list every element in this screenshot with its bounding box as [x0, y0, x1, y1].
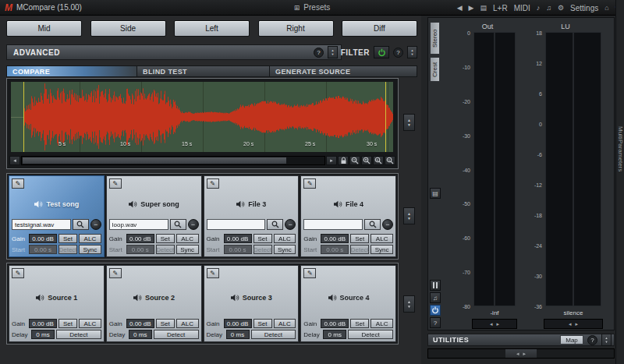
- help-icon[interactable]: ?: [393, 48, 403, 58]
- crest-button[interactable]: Crest: [430, 57, 440, 82]
- delay-value[interactable]: 0 ms: [226, 330, 250, 339]
- sync-button[interactable]: Sync: [274, 245, 296, 254]
- presets-button[interactable]: ⊞ Presets: [294, 3, 330, 12]
- eject-button[interactable]: −: [188, 219, 199, 230]
- search-icon[interactable]: [170, 219, 186, 230]
- zoom-out-icon[interactable]: [349, 156, 360, 165]
- lock-icon[interactable]: [338, 156, 349, 165]
- midi-button[interactable]: MIDI: [514, 4, 530, 12]
- channel-diff-button[interactable]: Diff: [342, 20, 417, 37]
- set-button[interactable]: Set: [156, 319, 175, 328]
- alc-button[interactable]: ALC: [176, 234, 199, 243]
- save-icon[interactable]: ▤: [480, 4, 488, 12]
- edit-icon[interactable]: ✎: [207, 268, 219, 278]
- advanced-collapse-spinner[interactable]: ▲▼: [328, 46, 338, 58]
- alc-button[interactable]: ALC: [79, 234, 101, 243]
- out-meter-scrollbar[interactable]: ◂▸: [472, 319, 517, 329]
- detect-button[interactable]: Detect: [56, 330, 101, 339]
- gain-value[interactable]: 0.00 dB: [224, 319, 252, 328]
- eject-button[interactable]: −: [90, 219, 101, 230]
- sync-button[interactable]: Sync: [176, 245, 199, 254]
- alc-button[interactable]: ALC: [370, 234, 393, 243]
- scrollbar-thumb[interactable]: ◂▸: [505, 349, 537, 358]
- waveform-display[interactable]: [11, 82, 393, 152]
- advanced-section-header[interactable]: ADVANCED ? ▲▼: [6, 44, 342, 60]
- zoom-in-icon[interactable]: [361, 156, 372, 165]
- alc-button[interactable]: ALC: [274, 234, 296, 243]
- scroll-right-icon[interactable]: ▸: [326, 156, 337, 165]
- search-icon[interactable]: [73, 219, 89, 230]
- edit-icon[interactable]: ✎: [109, 178, 122, 189]
- notes-icon[interactable]: ♫: [546, 4, 551, 12]
- file-slot-1[interactable]: ✎ Test song testsignal.wav − Gain 0.00 d…: [9, 175, 105, 257]
- gain-value[interactable]: 0.00 dB: [321, 234, 349, 243]
- file-slots-spinner[interactable]: ▲▼: [403, 207, 415, 224]
- edit-icon[interactable]: ✎: [109, 268, 122, 278]
- utilities-section-header[interactable]: UTILITIES Map ? ▲▼: [427, 334, 615, 346]
- channel-mode-button[interactable]: L+R: [493, 4, 508, 12]
- gain-value[interactable]: 0.00 dB: [126, 234, 154, 243]
- channel-mid-button[interactable]: Mid: [6, 20, 82, 37]
- eject-button[interactable]: −: [382, 219, 393, 230]
- gain-value[interactable]: 0.00 dB: [321, 319, 349, 328]
- book-icon[interactable]: ▤: [430, 188, 441, 199]
- sync-button[interactable]: Sync: [370, 245, 393, 254]
- zoom-all-icon[interactable]: e: [373, 156, 384, 165]
- note-icon[interactable]: ♪: [537, 4, 541, 12]
- edit-icon[interactable]: ✎: [303, 178, 316, 189]
- channel-left-button[interactable]: Left: [174, 20, 250, 37]
- scrollbar-track[interactable]: [21, 156, 325, 165]
- set-button[interactable]: Set: [58, 319, 77, 328]
- source-slots-spinner[interactable]: ▲▼: [403, 295, 415, 313]
- source-slot-1[interactable]: ✎ Source 1 Gain 0.00 dB Set ALC Delay 0 …: [9, 265, 105, 342]
- set-button[interactable]: Set: [350, 319, 369, 328]
- gain-value[interactable]: 0.00 dB: [126, 319, 154, 328]
- sync-button[interactable]: Sync: [79, 245, 101, 254]
- delay-value[interactable]: 0 ms: [31, 330, 55, 339]
- search-icon[interactable]: [364, 219, 381, 230]
- alc-button[interactable]: ALC: [370, 319, 393, 328]
- stereo-button[interactable]: Stereo: [430, 22, 440, 55]
- set-button[interactable]: Set: [254, 234, 272, 243]
- delay-value[interactable]: 0 ms: [129, 330, 152, 339]
- power-icon[interactable]: [430, 305, 441, 316]
- filter-power-button[interactable]: [374, 46, 389, 58]
- zoom-selection-icon[interactable]: s: [385, 156, 395, 165]
- lu-meter-scrollbar[interactable]: ◂▸: [544, 319, 603, 329]
- edit-icon[interactable]: ✎: [12, 268, 24, 278]
- edit-icon[interactable]: ✎: [207, 178, 219, 189]
- tab-compare[interactable]: COMPARE: [6, 65, 137, 77]
- filename-input[interactable]: [303, 219, 363, 230]
- source-slot-2[interactable]: ✎ Source 2 Gain 0.00 dB Set ALC Delay 0 …: [106, 265, 202, 342]
- file-slot-4[interactable]: ✎ File 4 − Gain 0.00 dB Set ALC Start 0.: [300, 175, 396, 257]
- delay-value[interactable]: 0 ms: [323, 330, 346, 339]
- filename-input[interactable]: testsignal.wav: [12, 219, 71, 230]
- edit-icon[interactable]: ✎: [12, 178, 24, 189]
- search-icon[interactable]: [267, 219, 283, 230]
- gear-icon[interactable]: ⚙: [558, 4, 564, 12]
- detect-button[interactable]: Detect: [348, 330, 393, 339]
- detect-button[interactable]: Detect: [154, 330, 199, 339]
- tab-blind-test[interactable]: BLIND TEST: [137, 65, 270, 77]
- multiparameters-panel-handle[interactable]: MultiParameters: [615, 0, 624, 364]
- scrollbar-thumb[interactable]: [23, 157, 286, 164]
- filename-input[interactable]: loop.wav: [109, 219, 168, 230]
- settings-button[interactable]: Settings: [570, 4, 598, 12]
- alc-button[interactable]: ALC: [274, 319, 296, 328]
- channel-side-button[interactable]: Side: [90, 20, 166, 37]
- set-button[interactable]: Set: [58, 234, 77, 243]
- bottom-scrollbar[interactable]: ◂▸: [427, 348, 615, 359]
- edit-icon[interactable]: ✎: [303, 268, 316, 278]
- map-button[interactable]: Map: [560, 335, 583, 345]
- help-icon[interactable]: ?: [430, 317, 441, 328]
- gain-value[interactable]: 0.00 dB: [224, 234, 252, 243]
- help-icon[interactable]: ?: [587, 335, 597, 345]
- gain-value[interactable]: 0.00 dB: [29, 319, 57, 328]
- alc-button[interactable]: ALC: [176, 319, 199, 328]
- preset-next-icon[interactable]: ▶: [469, 4, 474, 12]
- tab-generate-source[interactable]: GENERATE SOURCE: [270, 65, 417, 77]
- detect-button[interactable]: Detect: [251, 330, 296, 339]
- channel-right-button[interactable]: Right: [258, 20, 334, 37]
- home-icon[interactable]: ⌂: [604, 4, 608, 12]
- file-slot-2[interactable]: ✎ Super song loop.wav − Gain 0.00 dB Set…: [106, 175, 202, 257]
